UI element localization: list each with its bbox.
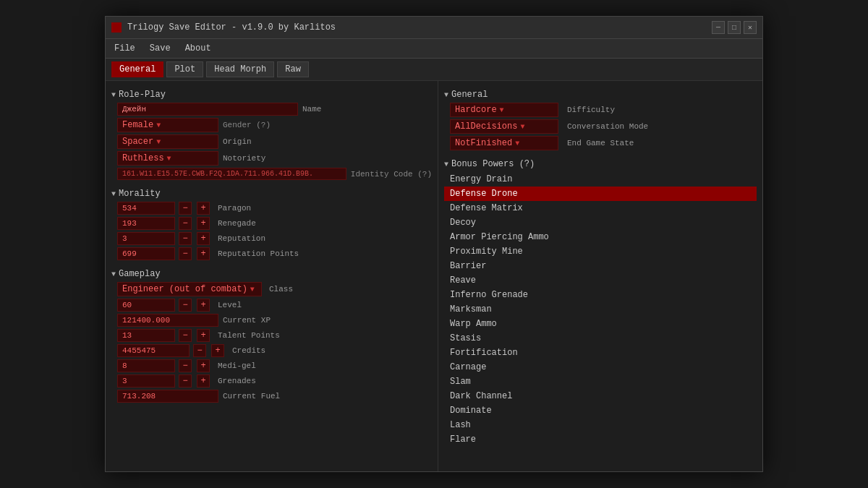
bonus-item[interactable]: Carnage xyxy=(444,360,757,374)
grenades-plus[interactable]: + xyxy=(197,374,210,388)
reputation-plus[interactable]: + xyxy=(197,232,210,245)
bonus-item[interactable]: Armor Piercing Ammo xyxy=(444,230,757,244)
rep-points-value[interactable]: 699 xyxy=(117,247,175,260)
medigel-plus[interactable]: + xyxy=(197,359,210,372)
reputation-minus[interactable]: − xyxy=(179,232,192,245)
morality-content: 534 − + Paragon 193 − + Renegade 3 − + xyxy=(117,202,432,260)
credits-row: 4455475 − + Credits xyxy=(117,344,432,357)
fuel-value[interactable]: 713.208 xyxy=(117,390,218,403)
xp-row: 121400.000 Current XP xyxy=(117,314,432,327)
identity-value[interactable]: 161.W11.E15.57E.CWB.F2Q.1DA.711.966.41D.… xyxy=(117,168,346,180)
titlebar: Trilogy Save Editor - v1.9.0 by Karlitos… xyxy=(106,17,762,39)
name-value[interactable]: Джейн xyxy=(117,103,298,116)
fuel-row: 713.208 Current Fuel xyxy=(117,390,432,403)
xp-value[interactable]: 121400.000 xyxy=(117,314,218,327)
bonus-item[interactable]: Stasis xyxy=(444,331,757,346)
talent-plus[interactable]: + xyxy=(197,329,210,342)
bonus-item[interactable]: Inferno Grenade xyxy=(444,288,757,302)
tab-raw[interactable]: Raw xyxy=(277,61,309,77)
medigel-minus[interactable]: − xyxy=(179,359,192,372)
bonus-item[interactable]: Proximity Mine xyxy=(444,244,757,259)
conversation-dropdown[interactable]: AllDecisions ▼ xyxy=(450,119,558,134)
paragon-row: 534 − + Paragon xyxy=(117,202,432,215)
credits-minus[interactable]: − xyxy=(193,344,206,357)
bonus-item[interactable]: Reave xyxy=(444,273,757,288)
endgame-dropdown[interactable]: NotFinished ▼ xyxy=(450,136,558,150)
grenades-minus[interactable]: − xyxy=(179,374,192,388)
origin-arrow-icon: ▼ xyxy=(156,138,161,146)
general-label: General xyxy=(451,90,488,100)
reputation-value[interactable]: 3 xyxy=(117,232,175,245)
level-value[interactable]: 60 xyxy=(117,299,175,312)
content-area: ▼ Role-Play Джейн Name Female ▼ Gender (… xyxy=(106,81,762,471)
bonus-item[interactable]: Decoy xyxy=(444,215,757,230)
maximize-button[interactable]: □ xyxy=(728,21,741,34)
tab-plot[interactable]: Plot xyxy=(166,61,203,77)
bonus-item[interactable]: Lash xyxy=(444,418,757,432)
bonus-item[interactable]: Energy Drain xyxy=(444,172,757,187)
paragon-value[interactable]: 534 xyxy=(117,202,175,215)
close-button[interactable]: ✕ xyxy=(744,21,757,34)
origin-value: Spacer xyxy=(122,137,153,147)
bonus-list: Energy DrainDefense DroneDefense MatrixD… xyxy=(444,172,757,447)
origin-dropdown[interactable]: Spacer ▼ xyxy=(117,134,218,149)
name-row: Джейн Name xyxy=(117,103,432,116)
identity-row: 161.W11.E15.57E.CWB.F2Q.1DA.711.966.41D.… xyxy=(117,168,432,180)
left-panel: ▼ Role-Play Джейн Name Female ▼ Gender (… xyxy=(106,81,438,471)
tab-head-morph[interactable]: Head Morph xyxy=(206,61,274,77)
level-row: 60 − + Level xyxy=(117,299,432,312)
bonus-item[interactable]: Flare xyxy=(444,432,757,447)
grenades-label: Grenades xyxy=(218,377,256,385)
xp-label: Current XP xyxy=(223,316,271,325)
talent-value[interactable]: 13 xyxy=(117,329,175,342)
gameplay-content: Engineer (out of combat) ▼ Class 60 − + … xyxy=(117,282,432,403)
roleplay-arrow: ▼ xyxy=(111,91,116,99)
credits-value[interactable]: 4455475 xyxy=(117,344,190,357)
minimize-button[interactable]: ─ xyxy=(712,21,725,34)
bonus-item[interactable]: Dark Channel xyxy=(444,389,757,403)
bonus-item[interactable]: Dominate xyxy=(444,403,757,418)
main-window: Trilogy Save Editor - v1.9.0 by Karlitos… xyxy=(105,16,763,472)
grenades-value[interactable]: 3 xyxy=(117,374,175,388)
rep-points-plus[interactable]: + xyxy=(197,247,210,260)
bonus-item[interactable]: Defense Matrix xyxy=(444,201,757,215)
rep-points-row: 699 − + Reputation Points xyxy=(117,247,432,260)
level-label: Level xyxy=(218,301,242,309)
conversation-row: AllDecisions ▼ Conversation Mode xyxy=(450,119,757,134)
menu-save[interactable]: Save xyxy=(147,42,174,55)
menubar: File Save About xyxy=(106,39,762,59)
paragon-minus[interactable]: − xyxy=(179,202,192,215)
difficulty-dropdown[interactable]: Hardcore ▼ xyxy=(450,103,558,117)
grenades-row: 3 − + Grenades xyxy=(117,374,432,388)
paragon-plus[interactable]: + xyxy=(197,202,210,215)
bonus-item[interactable]: Barrier xyxy=(444,259,757,273)
bonus-item[interactable]: Slam xyxy=(444,374,757,389)
tab-general[interactable]: General xyxy=(111,61,163,77)
menu-about[interactable]: About xyxy=(182,42,214,55)
renegade-minus[interactable]: − xyxy=(179,217,192,230)
endgame-arrow-icon: ▼ xyxy=(515,140,519,147)
level-plus[interactable]: + xyxy=(197,299,210,312)
class-dropdown[interactable]: Engineer (out of combat) ▼ xyxy=(117,282,262,296)
notoriety-arrow-icon: ▼ xyxy=(167,155,171,163)
bonus-item[interactable]: Fortification xyxy=(444,346,757,360)
medigel-value[interactable]: 8 xyxy=(117,359,175,372)
gender-dropdown[interactable]: Female ▼ xyxy=(117,118,218,132)
bonus-item[interactable]: Defense Drone xyxy=(444,187,757,201)
credits-plus[interactable]: + xyxy=(211,344,224,357)
renegade-plus[interactable]: + xyxy=(197,217,210,230)
talent-minus[interactable]: − xyxy=(179,329,192,342)
level-minus[interactable]: − xyxy=(179,299,192,312)
gender-arrow-icon: ▼ xyxy=(156,121,161,129)
notoriety-value: Ruthless xyxy=(122,153,164,163)
menu-file[interactable]: File xyxy=(111,42,138,55)
notoriety-dropdown[interactable]: Ruthless ▼ xyxy=(117,151,218,166)
difficulty-label: Difficulty xyxy=(567,106,615,114)
rep-points-minus[interactable]: − xyxy=(179,247,192,260)
bonus-item[interactable]: Warp Ammo xyxy=(444,317,757,331)
renegade-value[interactable]: 193 xyxy=(117,217,175,230)
bonus-item[interactable]: Marksman xyxy=(444,302,757,317)
gender-row: Female ▼ Gender (?) xyxy=(117,118,432,132)
endgame-row: NotFinished ▼ End Game State xyxy=(450,136,757,150)
roleplay-label: Role-Play xyxy=(119,90,166,100)
